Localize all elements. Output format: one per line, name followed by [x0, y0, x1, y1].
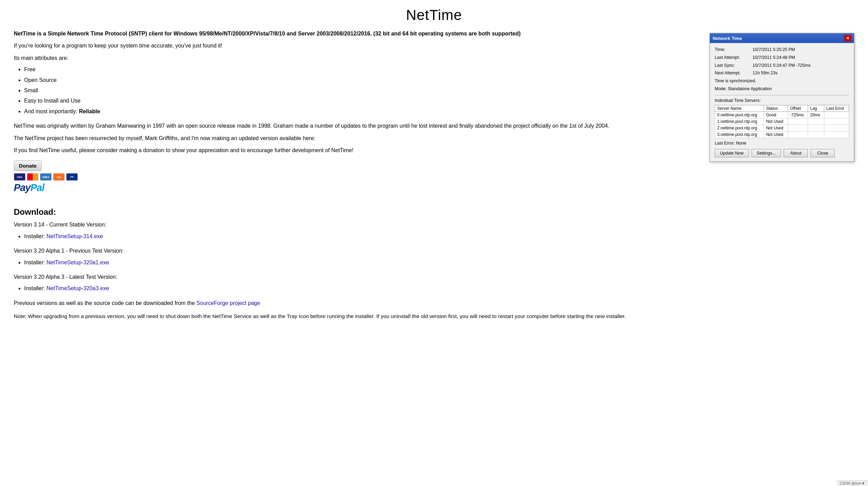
- td-lag: [808, 125, 824, 131]
- version1-label: Version 3.14 - Current Stable Version:: [14, 220, 854, 229]
- left-content: NetTime is a Simple Network Time Protoco…: [14, 30, 696, 197]
- nt-last-sync-value: 10/7/2011 5:24:47 PM -725ms: [753, 62, 810, 69]
- td-last-error: [824, 131, 849, 138]
- nt-buttons: Update Now Settings... About Close: [715, 149, 849, 157]
- td-status: Not Used: [764, 131, 788, 138]
- update-now-button[interactable]: Update Now: [715, 149, 749, 157]
- page-title: NetTime: [14, 7, 854, 23]
- nt-last-attempt-row: Last Attempt: 10/7/2011 5:24:48 PM: [715, 54, 849, 61]
- attributes-list: Free Open Source Small Easy to Install a…: [24, 64, 696, 117]
- version2-link[interactable]: NetTimeSetup-320a1.exe: [46, 260, 109, 265]
- th-server-name: Server Name: [715, 105, 764, 112]
- table-row: 2.nettime.pool.ntp.org Not Used: [715, 125, 849, 131]
- td-server: 2.nettime.pool.ntp.org: [715, 125, 764, 131]
- sourceforge-link[interactable]: SourceForge project page: [196, 300, 260, 306]
- note-text: Note: When upgrading from a previous ver…: [14, 312, 854, 321]
- attributes-heading: Its main attributes are:: [14, 54, 696, 63]
- nt-status-row: Time is synchronized.: [715, 78, 849, 84]
- td-status: Good: [764, 112, 788, 118]
- nt-status-value: Time is synchronized.: [715, 78, 756, 84]
- history-text-3: If you find NetTime useful, please consi…: [14, 146, 696, 155]
- paypal-cc-icon: PP: [66, 173, 78, 181]
- nt-last-error: Last Error: None: [715, 141, 849, 146]
- td-offset: [788, 118, 808, 125]
- network-time-window: Network Time ✕ Time: 10/7/2011 5:25:25 P…: [710, 33, 854, 162]
- td-last-error: [824, 112, 849, 118]
- nt-next-attempt-label: Next Attempt:: [715, 70, 753, 76]
- list-item: Installer: NetTimeSetup-320a3.exe: [24, 283, 854, 294]
- version3-label: Version 3.20 Alpha 3 - Latest Test Versi…: [14, 273, 854, 282]
- th-last-error: Last Error: [824, 105, 849, 112]
- td-lag: 20ms: [808, 112, 824, 118]
- td-offset: [788, 125, 808, 131]
- th-lag: Lag: [808, 105, 824, 112]
- discover-icon: disc: [53, 173, 65, 181]
- download-heading: Download:: [14, 207, 854, 217]
- previous-versions-text: Previous versions as well as the source …: [14, 300, 195, 306]
- installer-label: Installer:: [24, 260, 46, 265]
- td-status: Not Used: [764, 125, 788, 131]
- nt-last-attempt-value: 10/7/2011 5:24:48 PM: [753, 54, 795, 61]
- nt-next-attempt-row: Next Attempt: 11h 59m 23s: [715, 70, 849, 76]
- td-lag: [808, 118, 824, 125]
- download-section: Download: Version 3.14 - Current Stable …: [14, 207, 854, 321]
- history-text-2: The NetTime project has been resurrected…: [14, 134, 696, 143]
- donate-area: Donate VISA AMEX disc PP PayPal: [14, 160, 696, 193]
- list-item: Small: [24, 85, 696, 96]
- list-item: Installer: NetTimeSetup-314.exe: [24, 231, 854, 242]
- nt-titlebar: Network Time ✕: [710, 33, 854, 43]
- table-row: 3.nettime.pool.ntp.org Not Used: [715, 131, 849, 138]
- td-lag: [808, 131, 824, 138]
- nt-mode-value: Mode: Standalone Application: [715, 86, 772, 92]
- nt-servers-table: Server Name Status Offset Lag Last Error…: [715, 105, 849, 138]
- th-offset: Offset: [788, 105, 808, 112]
- paypal-logo: PayPal: [14, 182, 696, 193]
- list-item: Open Source: [24, 75, 696, 85]
- visa-icon: VISA: [14, 173, 25, 181]
- mastercard-icon: [27, 173, 39, 181]
- version3-link[interactable]: NetTimeSetup-320a3.exe: [46, 285, 109, 291]
- td-offset: [788, 131, 808, 138]
- list-item: Free: [24, 64, 696, 75]
- nt-mode-row: Mode: Standalone Application: [715, 86, 849, 92]
- list-item: Easy to Install and Use: [24, 96, 696, 106]
- nt-time-row: Time: 10/7/2011 5:25:25 PM: [715, 46, 849, 53]
- close-button[interactable]: Close: [810, 149, 835, 157]
- list-item: And most importantly: Reliable: [24, 106, 696, 117]
- nt-divider: [715, 95, 849, 95]
- nt-servers-label: Individual Time Servers:: [715, 98, 849, 103]
- td-status: Not Used: [764, 118, 788, 125]
- nt-body: Time: 10/7/2011 5:25:25 PM Last Attempt:…: [710, 43, 854, 161]
- table-header-row: Server Name Status Offset Lag Last Error: [715, 105, 849, 112]
- td-offset: -725ms: [788, 112, 808, 118]
- table-row: 1.nettime.pool.ntp.org Not Used: [715, 118, 849, 125]
- version3-list: Installer: NetTimeSetup-320a3.exe: [24, 283, 854, 294]
- nt-last-sync-row: Last Sync: 10/7/2011 5:24:47 PM -725ms: [715, 62, 849, 69]
- version2-label: Version 3.20 Alpha 1 - Previous Test Ver…: [14, 246, 854, 255]
- version1-list: Installer: NetTimeSetup-314.exe: [24, 231, 854, 242]
- nt-close-button[interactable]: ✕: [844, 35, 851, 41]
- amex-icon: AMEX: [40, 173, 52, 181]
- cc-icons: VISA AMEX disc PP: [14, 173, 696, 181]
- installer-label: Installer:: [24, 285, 46, 291]
- installer-label: Installer:: [24, 233, 46, 239]
- td-server: 1.nettime.pool.ntp.org: [715, 118, 764, 125]
- nt-next-attempt-value: 11h 59m 23s: [753, 70, 777, 76]
- history-text-1: NetTime was originally written by Graham…: [14, 122, 696, 130]
- td-last-error: [824, 125, 849, 131]
- td-server: 0.nettime.pool.ntp.org: [715, 112, 764, 118]
- version1-link[interactable]: NetTimeSetup-314.exe: [46, 233, 103, 239]
- intro-line1: If you're looking for a program to keep …: [14, 41, 696, 50]
- donate-button[interactable]: Donate: [14, 160, 42, 171]
- nt-time-label: Time:: [715, 46, 753, 53]
- settings-button[interactable]: Settings...: [752, 149, 781, 157]
- about-button[interactable]: About: [784, 149, 808, 157]
- td-server: 3.nettime.pool.ntp.org: [715, 131, 764, 138]
- list-item: Installer: NetTimeSetup-320a1.exe: [24, 257, 854, 268]
- previous-versions: Previous versions as well as the source …: [14, 299, 854, 308]
- nt-last-sync-label: Last Sync:: [715, 62, 753, 69]
- nt-time-value: 10/7/2011 5:25:25 PM: [753, 46, 795, 53]
- table-row: 0.nettime.pool.ntp.org Good -725ms 20ms: [715, 112, 849, 118]
- td-last-error: [824, 118, 849, 125]
- version2-list: Installer: NetTimeSetup-320a1.exe: [24, 257, 854, 268]
